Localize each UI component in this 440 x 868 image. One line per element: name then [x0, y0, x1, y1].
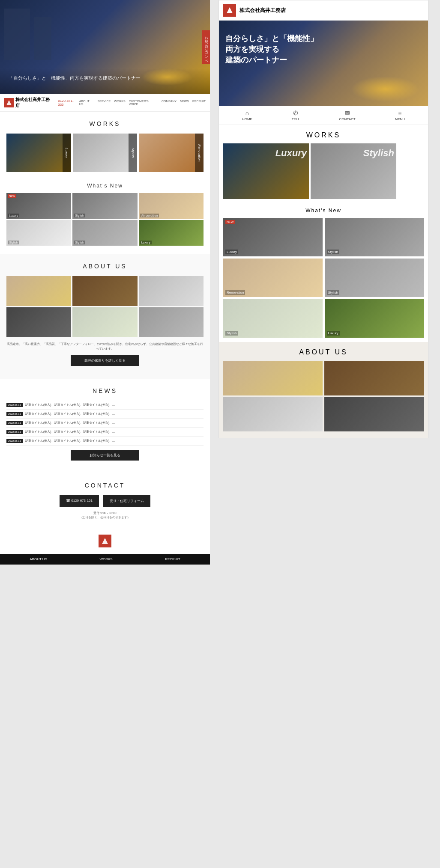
contact-reform-button[interactable]: 売り・住宅リフォーム: [103, 495, 150, 507]
company-name: 株式会社高井工務店: [15, 97, 54, 109]
mobile-whatsnew: What's New NEW Luxury Stylish Renovation…: [219, 203, 428, 342]
bottom-nav-recruit[interactable]: RECRUIT: [165, 557, 180, 561]
mobile-works-scroll: Luxury Stylish: [219, 143, 428, 203]
mobile-news-grid: NEW Luxury Stylish Renovation Stylish St…: [223, 218, 424, 338]
mobile-nav-tell[interactable]: ✆ TELL: [292, 110, 300, 121]
mobile-news-label-2: Stylish: [327, 250, 340, 254]
mobile-about-img-2: [324, 361, 424, 395]
news-list-item-1[interactable]: 2022.08.11 記事タイトル(例入)、記事タイトル(例入)、記事タイトル(…: [6, 401, 204, 410]
contact-title: CONTACT: [6, 482, 204, 489]
mobile-news-label-6: Luxury: [327, 331, 340, 336]
contact-note: (土日を除く、公休日をのぞきます): [6, 515, 204, 520]
nav-service[interactable]: SERVICE: [98, 100, 111, 106]
news-text-4: 記事タイトル(例入)、記事タイトル(例入)、記事タイトル(例入)、...: [25, 430, 115, 434]
phone-number[interactable]: 0120-671-335: [58, 99, 79, 107]
svg-marker-0: [6, 100, 12, 105]
news-item-4[interactable]: Stylish: [6, 220, 71, 246]
about-description: 高品定着、「高い提案力」「高品質」「丁寧なアフターフォロー」の4つの強みを開き、…: [6, 342, 204, 351]
about-img-3: [139, 276, 204, 306]
mobile-work-stylish[interactable]: Stylish: [311, 143, 396, 199]
mobile-view: 株式会社高井工務店 自分らしさ」と「機能性」 両方を実現する 建築のパートナー …: [219, 0, 428, 438]
news-item-3[interactable]: Air condition: [139, 193, 204, 219]
mobile-nav-menu[interactable]: ≡ MENU: [395, 110, 405, 121]
svg-marker-1: [102, 538, 108, 544]
hero-side-button[interactable]: お問い合わせ・コンペ: [202, 30, 210, 64]
nav-works[interactable]: WORKS: [114, 100, 125, 106]
works-title: WORKS: [6, 120, 204, 127]
mobile-work-label-luxury: Luxury: [275, 148, 307, 159]
news-date-5: 2022.08.11: [6, 439, 23, 443]
news-date-4: 2022.08.11: [6, 430, 23, 434]
mobile-about-section: ABOUT US: [219, 342, 428, 438]
desktop-news-section: NEWS 2022.08.11 記事タイトル(例入)、記事タイトル(例入)、記事…: [0, 379, 210, 473]
desktop-nav: 株式会社高井工務店 0120-671-335 ABOUT US SERVICE …: [0, 94, 210, 112]
footer-logo-icon: [99, 535, 111, 547]
mobile-nav-menu-label: MENU: [395, 117, 405, 121]
news-item-2[interactable]: Stylish: [72, 193, 137, 219]
mobile-top-bar: 株式会社高井工務店: [219, 0, 428, 21]
work-label-luxury: Luxury: [63, 134, 71, 172]
news-item-1[interactable]: NEW Luxury: [6, 193, 71, 219]
about-img-6: [139, 307, 204, 337]
news-label-6: Luxury: [140, 241, 152, 244]
mobile-about-grid: [223, 361, 424, 431]
mobile-bottom-nav: ⌂ HOME ✆ TELL ✉ CONTACT ≡ MENU: [219, 106, 428, 125]
news-date-3: 2022.08.11: [6, 421, 23, 425]
mobile-news-4[interactable]: Stylish: [325, 259, 424, 297]
svg-marker-2: [227, 7, 233, 13]
news-list-item-2[interactable]: 2022.08.11 記事タイトル(例入)、記事タイトル(例入)、記事タイトル(…: [6, 410, 204, 419]
work-item-stylish[interactable]: Stylish: [73, 134, 138, 172]
mobile-hero-glow: [351, 76, 419, 102]
news-item-6[interactable]: Luxury: [139, 220, 204, 246]
news-text-2: 記事タイトル(例入)、記事タイトル(例入)、記事タイトル(例入)、...: [25, 412, 115, 416]
footer-logo: [0, 528, 210, 554]
nav-news[interactable]: NEWS: [180, 100, 189, 106]
whats-new-title: What's New: [6, 183, 204, 189]
mobile-news-3[interactable]: Renovation: [223, 259, 323, 297]
news-text-3: 記事タイトル(例入)、記事タイトル(例入)、記事タイトル(例入)、...: [25, 421, 115, 425]
mobile-news-2[interactable]: Stylish: [325, 218, 424, 256]
desktop-bottom-nav: ABOUT US WORKS RECRUIT: [0, 554, 210, 565]
bottom-nav-works[interactable]: WORKS: [99, 557, 112, 561]
news-item-5[interactable]: Stylish: [72, 220, 137, 246]
nav-recruit[interactable]: RECRUIT: [192, 100, 206, 106]
mobile-news-5[interactable]: Stylish: [223, 299, 323, 338]
mobile-works-title: WORKS: [219, 125, 428, 143]
menu-icon: ≡: [398, 110, 401, 116]
news-label-1: Luxury: [8, 214, 19, 217]
hero-glow: [141, 68, 193, 86]
news-text-1: 記事タイトル(例入)、記事タイトル(例入)、記事タイトル(例入)、...: [25, 403, 115, 407]
desktop-about-section: ABOUT US 高品定着、「高い提案力」「高品質」「丁寧なアフターフォロー」の…: [0, 254, 210, 379]
mobile-nav-tell-label: TELL: [292, 117, 300, 121]
about-detail-button[interactable]: 高井の家造りを詳しく見る: [71, 355, 139, 366]
mobile-news-label-5: Stylish: [225, 331, 238, 336]
mobile-news-1[interactable]: NEW Luxury: [223, 218, 323, 256]
nav-customer[interactable]: CUSTOMER'S VOICE: [129, 100, 158, 106]
work-item-luxury[interactable]: Luxury: [6, 134, 71, 172]
mobile-work-luxury[interactable]: Luxury: [223, 143, 309, 199]
page-wrapper: 「自分らしさ」と「機能性」両方を実現する建築のパートナー お問い合わせ・コンペ …: [0, 0, 440, 868]
mobile-about-img-4: [324, 397, 424, 431]
new-badge: NEW: [8, 194, 16, 198]
nav-company[interactable]: COMPANY: [162, 100, 177, 106]
mobile-logo-icon: [223, 4, 236, 17]
news-label-3: Air condition: [140, 214, 159, 217]
mobile-about-img-1: [223, 361, 323, 395]
desktop-whatsnew-section: What's New NEW Luxury Stylish Air condit…: [0, 181, 210, 254]
news-list-item-5[interactable]: 2022.08.11 記事タイトル(例入)、記事タイトル(例入)、記事タイトル(…: [6, 437, 204, 446]
news-label-4: Stylish: [8, 241, 19, 244]
contact-phone-button[interactable]: ☎ 0120-673-151: [60, 495, 99, 507]
bottom-nav-about[interactable]: ABOUT US: [30, 557, 47, 561]
mobile-new-badge: NEW: [225, 220, 235, 224]
about-img-5: [72, 307, 137, 337]
work-item-renovation[interactable]: Renovation: [139, 134, 204, 172]
news-list-button[interactable]: お知らせ一覧を見る: [71, 450, 139, 461]
news-list-item-3[interactable]: 2022.08.11 記事タイトル(例入)、記事タイトル(例入)、記事タイトル(…: [6, 419, 204, 428]
mobile-nav-contact[interactable]: ✉ CONTACT: [339, 110, 356, 121]
mobile-news-6[interactable]: Luxury: [325, 299, 424, 338]
desktop-view: 「自分らしさ」と「機能性」両方を実現する建築のパートナー お問い合わせ・コンペ …: [0, 0, 210, 565]
news-list-item-4[interactable]: 2022.08.11 記事タイトル(例入)、記事タイトル(例入)、記事タイトル(…: [6, 428, 204, 437]
nav-about[interactable]: ABOUT US: [79, 100, 94, 106]
mobile-nav-home[interactable]: ⌂ HOME: [242, 110, 252, 121]
phone-icon: ✆: [293, 110, 298, 116]
